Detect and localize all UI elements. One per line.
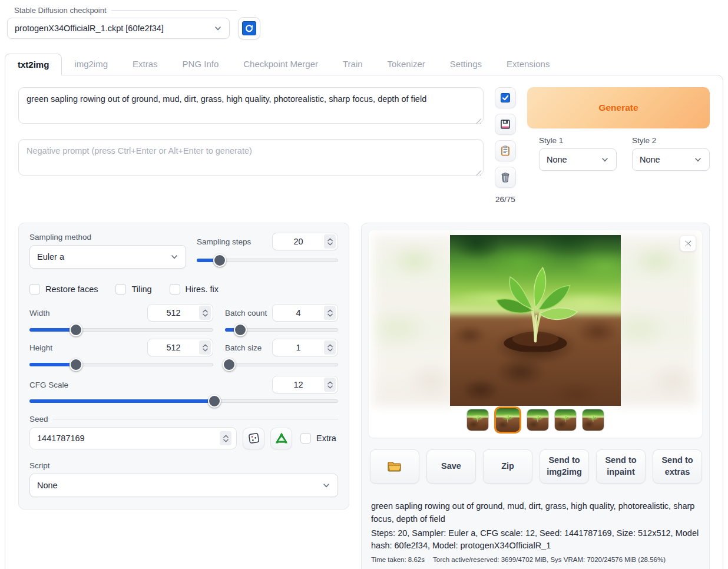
seed-input[interactable]	[29, 427, 237, 449]
spinner-icon[interactable]	[324, 378, 336, 392]
slider-handle[interactable]	[208, 395, 221, 408]
cfg-scale-input[interactable]: 12	[272, 376, 338, 393]
stable-diffusion-webui: Stable Diffusion checkpoint protogenX34O…	[0, 0, 728, 569]
batch-size-input[interactable]: 1	[272, 339, 338, 356]
seed-label: Seed	[29, 415, 53, 424]
prompt-tools-column: 26/75	[492, 87, 518, 204]
slider-handle[interactable]	[213, 254, 226, 267]
thumbnail-3[interactable]	[527, 409, 549, 431]
random-seed-button[interactable]	[243, 428, 264, 449]
tab-train[interactable]: Train	[330, 54, 375, 75]
thumbnail-2-selected[interactable]	[494, 406, 521, 434]
width-label: Width	[29, 309, 50, 317]
style1-dropdown[interactable]: None	[539, 148, 617, 171]
chevron-down-icon	[214, 24, 222, 32]
generate-button[interactable]: Generate	[527, 87, 710, 128]
style2-value: None	[640, 155, 694, 164]
slider-handle[interactable]	[70, 323, 82, 336]
checkpoint-header: Stable Diffusion checkpoint protogenX34O…	[0, 6, 728, 39]
spinner-icon[interactable]	[199, 340, 211, 355]
checkbox-icon	[29, 284, 40, 295]
sampling-steps-input[interactable]: 20	[272, 233, 338, 250]
token-counter: 26/75	[495, 195, 515, 204]
send-to-img2img-button[interactable]: Send to img2img	[540, 449, 589, 484]
generate-column: Generate Style 1 None Style 2 None	[527, 87, 710, 204]
batch-size-slider[interactable]	[225, 363, 338, 366]
tab-settings[interactable]: Settings	[438, 54, 494, 75]
cfg-scale-slider[interactable]	[29, 399, 338, 403]
dice-icon	[247, 432, 260, 445]
negative-prompt-textarea[interactable]	[18, 139, 484, 176]
save-style-button[interactable]	[495, 114, 516, 135]
batch-count-input[interactable]: 4	[272, 304, 338, 322]
script-dropdown[interactable]: None	[29, 474, 338, 497]
thumbnail-5[interactable]	[582, 409, 604, 431]
height-input[interactable]: 512	[147, 339, 213, 356]
reuse-seed-button[interactable]	[270, 428, 292, 449]
batch-count-slider[interactable]	[225, 328, 338, 332]
save-button[interactable]: Save	[426, 449, 476, 484]
chevron-down-icon	[694, 156, 702, 164]
tab-png-info[interactable]: PNG Info	[170, 54, 231, 75]
tab-extras[interactable]: Extras	[120, 54, 170, 75]
vram-usage: Torch active/reserved: 3699/4702 MiB, Sy…	[433, 556, 666, 563]
spinner-icon[interactable]	[324, 306, 336, 320]
refresh-icon	[242, 21, 256, 35]
settings-panel: Sampling method Euler a Sampling steps 2…	[18, 223, 349, 510]
slider-handle[interactable]	[223, 358, 236, 371]
sampling-method-dropdown[interactable]: Euler a	[29, 245, 186, 269]
zip-button[interactable]: Zip	[483, 449, 532, 484]
spinner-icon[interactable]	[199, 306, 211, 320]
close-icon	[684, 240, 692, 247]
spinner-icon[interactable]	[324, 234, 336, 249]
hires-fix-checkbox[interactable]: Hires. fix	[170, 284, 219, 295]
sampling-method-value: Euler a	[37, 252, 170, 262]
slider-handle[interactable]	[70, 358, 82, 371]
gallery-backdrop-left	[373, 235, 456, 406]
cfg-scale-label: CFG Scale	[29, 381, 68, 389]
prompt-textarea[interactable]: green sapling rowing out of ground, mud,…	[18, 87, 484, 124]
sampling-steps-slider[interactable]	[197, 259, 338, 262]
main-tabs: txt2img img2img Extras PNG Info Checkpoi…	[0, 54, 728, 75]
thumbnail-strip	[369, 406, 702, 434]
send-to-extras-button[interactable]: Send to extras	[653, 449, 702, 484]
checkpoint-dropdown[interactable]: protogenX34OfficialR_1.ckpt [60fe2f34]	[7, 18, 230, 39]
open-folder-button[interactable]	[370, 449, 419, 484]
generation-info-performance: Time taken: 8.62sTorch active/reserved: …	[371, 556, 700, 569]
style2-dropdown[interactable]: None	[632, 148, 710, 171]
restore-faces-checkbox[interactable]: Restore faces	[29, 284, 98, 295]
style1-value: None	[547, 155, 601, 164]
spinner-icon[interactable]	[324, 340, 336, 355]
checkpoint-label: Stable Diffusion checkpoint	[14, 6, 111, 15]
close-gallery-button[interactable]	[680, 235, 696, 252]
tab-tokenizer[interactable]: Tokenizer	[375, 54, 438, 75]
apply-style-button[interactable]	[495, 140, 516, 161]
sampling-steps-label: Sampling steps	[197, 237, 251, 246]
image-gallery	[369, 230, 702, 438]
tab-txt2img[interactable]: txt2img	[5, 54, 62, 75]
send-to-inpaint-button[interactable]: Send to inpaint	[596, 449, 646, 484]
batch-size-label: Batch size	[225, 343, 262, 352]
tab-checkpoint-merger[interactable]: Checkpoint Merger	[231, 54, 330, 75]
width-slider[interactable]	[29, 328, 213, 332]
tab-img2img[interactable]: img2img	[62, 54, 120, 75]
thumbnail-1[interactable]	[466, 409, 489, 431]
tab-extensions[interactable]: Extensions	[494, 54, 562, 75]
paste-params-button[interactable]	[495, 87, 516, 108]
clear-prompt-button[interactable]	[495, 167, 516, 188]
refresh-checkpoints-button[interactable]	[238, 17, 260, 39]
generated-image[interactable]	[450, 235, 621, 406]
generation-info: green sapling rowing out of ground, mud,…	[369, 500, 702, 569]
slider-handle[interactable]	[234, 323, 247, 336]
style2-label: Style 2	[632, 136, 710, 145]
height-label: Height	[29, 343, 52, 352]
extra-seed-checkbox[interactable]: Extra	[300, 433, 336, 444]
height-slider[interactable]	[29, 363, 213, 366]
spinner-icon[interactable]	[220, 431, 231, 445]
style1-label: Style 1	[539, 136, 617, 145]
tiling-checkbox[interactable]: Tiling	[115, 284, 151, 295]
thumbnail-4[interactable]	[554, 409, 577, 431]
chevron-down-icon	[322, 481, 330, 489]
checkbox-icon	[115, 284, 126, 295]
width-input[interactable]: 512	[147, 304, 213, 322]
